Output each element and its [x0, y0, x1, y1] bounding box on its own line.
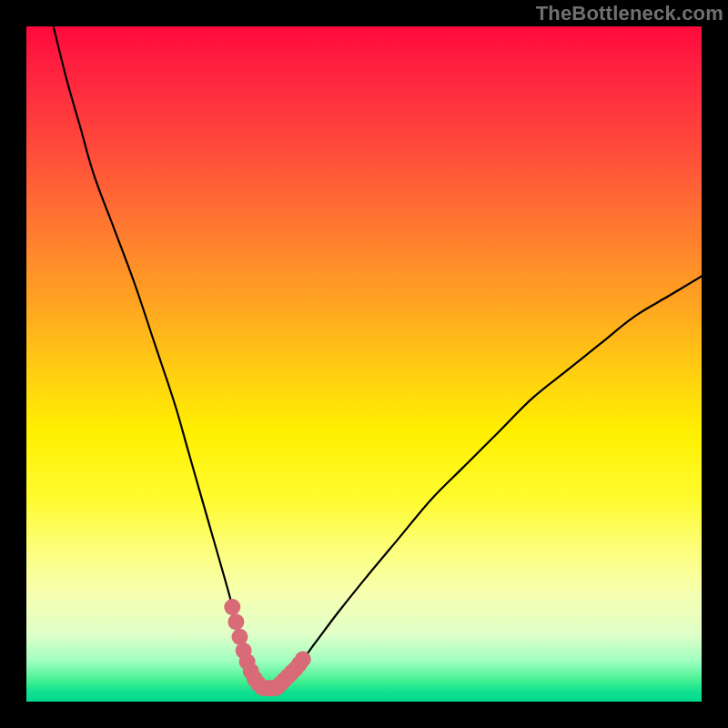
highlight-dots [224, 599, 310, 696]
highlight-dot [232, 629, 248, 645]
highlight-dot [295, 652, 311, 668]
plot-area [26, 26, 702, 702]
curve-layer [26, 26, 702, 702]
attribution-text: TheBottleneck.com [536, 2, 723, 25]
highlight-dot [224, 599, 240, 615]
highlight-dot [228, 613, 244, 630]
bottleneck-curve [54, 26, 702, 689]
chart-frame: TheBottleneck.com [0, 0, 728, 728]
